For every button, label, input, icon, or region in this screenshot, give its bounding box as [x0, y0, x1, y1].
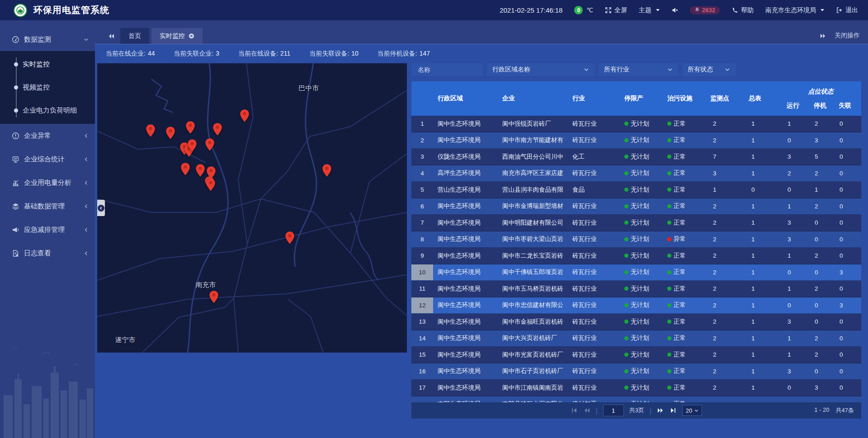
tab-1[interactable]: 首页: [120, 28, 149, 44]
map-pin[interactable]: [195, 164, 205, 177]
production-status-label: 无计划: [631, 268, 649, 276]
facility-status-label: 正常: [674, 202, 686, 210]
production-status-label: 无计划: [631, 186, 649, 194]
cell-industry: 砖瓦行业: [568, 116, 620, 132]
map-pin[interactable]: [206, 178, 216, 192]
table-header: 行政区域企业行业停限产治污设施监测点总表点位状态运行停机失联: [411, 81, 861, 116]
map-pin[interactable]: [185, 121, 195, 134]
map-pin[interactable]: [180, 162, 190, 176]
column-subheader-3[interactable]: 失联: [832, 96, 861, 116]
sidebar-item-3[interactable]: 企业综合统计: [0, 147, 95, 171]
table-row[interactable]: 6阆中生态环境局阆中市金博瑞新型墙材砖瓦行业无计划正常21120: [411, 198, 861, 215]
map-pin[interactable]: [285, 231, 295, 245]
tab-2[interactable]: 实时监控: [151, 28, 203, 44]
fullscreen-button[interactable]: 全屏: [605, 6, 627, 14]
map-collapse-handle[interactable]: [97, 200, 105, 216]
column-header-7[interactable]: 总表: [744, 81, 780, 116]
table-row[interactable]: 4高坪生态环境局南充市高坪区王家店建砖瓦行业无计划正常31220: [411, 165, 861, 182]
cell-facility-status: 正常: [663, 198, 706, 215]
table-row[interactable]: 12阆中生态环境局阆中市忠信建材有限公砖瓦行业无计划正常21003: [411, 297, 861, 314]
table-row[interactable]: 16阆中生态环境局阆中市石子页岩机砖厂砖瓦行业无计划正常21300: [411, 363, 861, 380]
status-filter-select[interactable]: 所有状态: [682, 63, 736, 76]
theme-label: 主题: [639, 6, 651, 14]
map-pin[interactable]: [322, 164, 332, 177]
stat-value: 147: [420, 50, 430, 57]
sidebar-subitem-1[interactable]: 实时监控: [0, 53, 95, 76]
last-page-button[interactable]: [670, 407, 677, 414]
column-header-6[interactable]: 监测点: [706, 81, 744, 116]
scroll-tabs-left-button[interactable]: [108, 33, 115, 40]
next-page-button[interactable]: [657, 407, 664, 414]
cell-region: 阆中生态环境局: [433, 198, 498, 215]
sound-toggle-button[interactable]: [671, 7, 678, 14]
table-row[interactable]: 5营山生态环境局营山县润丰肉食品有限食品无计划正常10010: [411, 182, 861, 198]
table-row[interactable]: 13阆中生态环境局阆中市金福旺页岩机砖砖瓦行业无计划正常21300: [411, 314, 861, 330]
table-row[interactable]: 3仪陇生态环境局西南油气田分公司川中化工无计划正常71350: [411, 149, 861, 165]
fullscreen-label: 全屏: [614, 6, 627, 14]
table-row[interactable]: 2阆中生态环境局阆中市南方节能建材有砖瓦行业无计划正常21030: [411, 132, 861, 149]
logout-button[interactable]: 退出: [836, 6, 858, 14]
sidebar-item-label: 企业异常: [24, 132, 51, 140]
pagination-bar: | 共3页 | 20 1 - 20 共47条: [411, 402, 861, 419]
column-header-2[interactable]: 企业: [498, 81, 568, 116]
cell-stopped: 6: [807, 396, 832, 403]
table-row[interactable]: 7阆中生态环境局阆中明阳建材有限公司砖瓦行业无计划正常21300: [411, 215, 861, 231]
first-page-button[interactable]: [571, 407, 578, 414]
column-subheader-1[interactable]: 运行: [780, 96, 807, 116]
previous-page-button[interactable]: [583, 407, 590, 414]
pagination-controls: | 共3页 | 20: [411, 405, 861, 416]
map-pin[interactable]: [205, 138, 215, 151]
map-pin[interactable]: [165, 126, 175, 140]
name-filter-input-box[interactable]: [411, 63, 483, 76]
cell-total-meters: 1: [744, 281, 780, 297]
table-row[interactable]: 11阆中生态环境局阆中市五马桥页岩机砖砖瓦行业无计划正常21120: [411, 281, 861, 297]
map-pin[interactable]: [209, 290, 219, 304]
cell-company: 营山县润丰肉食品有限: [498, 182, 568, 198]
name-filter-input[interactable]: [417, 66, 477, 74]
column-header-4[interactable]: 停限产: [620, 81, 663, 116]
sidebar-subitem-3[interactable]: 企业电力负荷明细: [0, 99, 95, 122]
table-row[interactable]: 8阆中生态环境局阆中市枣碧大梁山页岩砖瓦行业无计划异常21300: [411, 231, 861, 248]
status-dot-icon: [624, 155, 628, 159]
theme-menu[interactable]: 主题: [639, 6, 660, 14]
sidebar-item-4[interactable]: 企业用电量分析: [0, 171, 95, 194]
cell-monitor-points: 2: [706, 132, 744, 149]
sidebar-subitem-2[interactable]: 视频监控: [0, 76, 95, 99]
region-filter-select[interactable]: 行政区域名称: [487, 63, 594, 76]
sidebar-item-1[interactable]: 数据监测: [0, 28, 95, 51]
industry-filter-select[interactable]: 所有行业: [599, 63, 678, 76]
table-row[interactable]: 1阆中生态环境局阆中强锐页岩砖厂砖瓦行业无计划正常21120: [411, 116, 861, 132]
map-pin[interactable]: [146, 124, 156, 137]
help-button[interactable]: 帮助: [731, 6, 754, 14]
column-header-5[interactable]: 治污设施: [663, 81, 706, 116]
table-row[interactable]: 17阆中生态环境局阆中市江南镇阆南页岩砖瓦行业无计划正常21030: [411, 380, 861, 396]
column-header-1[interactable]: 行政区域: [433, 81, 498, 116]
map-pin[interactable]: [212, 122, 222, 136]
tab-operations[interactable]: 关闭操作: [820, 32, 860, 40]
sidebar-item-5[interactable]: 基础数据管理: [0, 194, 95, 218]
map-pin[interactable]: [187, 139, 197, 152]
sidebar-item-6[interactable]: 应急减排管理: [0, 218, 95, 241]
map-pin[interactable]: [240, 109, 250, 122]
table-row[interactable]: 18南部生态环境局南部县砖瓦水泥有限公建材加工无计划正常62060: [411, 396, 861, 403]
megaphone-icon: [12, 226, 19, 234]
table-row[interactable]: 14阆中生态环境局阆中大兴页岩机砖厂砖瓦行业无计划正常21120: [411, 330, 861, 347]
cell-total-meters: 1: [744, 248, 780, 264]
sidebar-item-2[interactable]: 企业异常: [0, 124, 95, 147]
close-operations-label[interactable]: 关闭操作: [835, 32, 860, 40]
scroll-tabs-right-icon[interactable]: [820, 33, 826, 39]
table-row[interactable]: 10阆中生态环境局阆中千佛镇五郎垭页岩砖瓦行业无计划正常21003: [411, 264, 861, 281]
notification-badge[interactable]: 2632: [690, 6, 720, 14]
cell-facility-status: 正常: [663, 248, 706, 264]
table-row[interactable]: 9阆中生态环境局阆中市二龙长宝页岩砖砖瓦行业无计划正常21120: [411, 248, 861, 264]
cell-disconnected: 0: [832, 380, 861, 396]
page-number-input[interactable]: [603, 405, 624, 416]
column-header-3[interactable]: 行业: [568, 81, 620, 116]
map[interactable]: 巴中市南充市遂宁市: [97, 63, 407, 353]
sidebar-item-7[interactable]: 日志查看: [0, 241, 95, 265]
org-menu[interactable]: 南充市生态环境局: [765, 6, 824, 14]
table-row[interactable]: 15阆中生态环境局阆中市光富页岩机砖厂砖瓦行业无计划正常21120: [411, 347, 861, 363]
page-size-select[interactable]: 20: [682, 405, 702, 416]
column-subheader-2[interactable]: 停机: [807, 96, 832, 116]
tab-strip: 首页实时监控 关闭操作: [95, 20, 868, 44]
